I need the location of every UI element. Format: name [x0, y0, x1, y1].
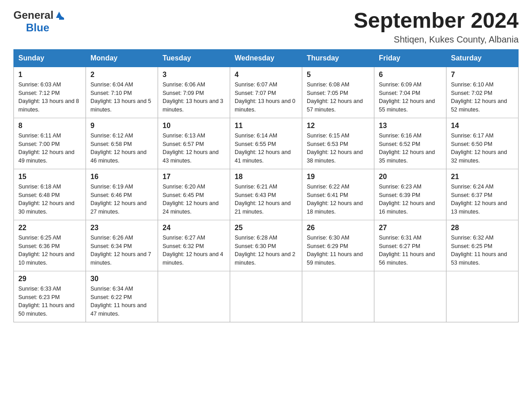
day-number: 30: [90, 275, 153, 283]
sunset-label: Sunset: 6:53 PM: [307, 141, 348, 147]
calendar-cell: 20 Sunrise: 6:23 AM Sunset: 6:39 PM Dayl…: [374, 169, 446, 220]
daylight-label: Daylight: 12 hours and 41 minutes.: [235, 149, 291, 164]
day-number: 19: [307, 173, 369, 181]
calendar-cell: 17 Sunrise: 6:20 AM Sunset: 6:45 PM Dayl…: [158, 169, 230, 220]
calendar-cell: 25 Sunrise: 6:28 AM Sunset: 6:30 PM Dayl…: [230, 220, 302, 271]
daylight-label: Daylight: 12 hours and 32 minutes.: [451, 149, 507, 164]
calendar-cell: 18 Sunrise: 6:21 AM Sunset: 6:43 PM Dayl…: [230, 169, 302, 220]
calendar-cell: 22 Sunrise: 6:25 AM Sunset: 6:36 PM Dayl…: [14, 220, 86, 271]
day-info: Sunrise: 6:04 AM Sunset: 7:10 PM Dayligh…: [90, 81, 153, 114]
sunset-label: Sunset: 6:43 PM: [235, 192, 276, 198]
daylight-label: Daylight: 12 hours and 7 minutes.: [90, 251, 151, 266]
daylight-label: Daylight: 12 hours and 38 minutes.: [307, 149, 363, 164]
sunrise-label: Sunrise: 6:22 AM: [307, 184, 349, 190]
sunrise-label: Sunrise: 6:23 AM: [379, 184, 421, 190]
sunset-label: Sunset: 6:46 PM: [90, 192, 132, 198]
calendar-cell: 14 Sunrise: 6:17 AM Sunset: 6:50 PM Dayl…: [446, 118, 519, 169]
day-info: Sunrise: 6:22 AM Sunset: 6:41 PM Dayligh…: [307, 183, 369, 216]
sunrise-label: Sunrise: 6:31 AM: [379, 235, 421, 241]
day-number: 12: [307, 122, 369, 130]
day-number: 4: [235, 71, 297, 79]
calendar-cell: 9 Sunrise: 6:12 AM Sunset: 6:58 PM Dayli…: [86, 118, 158, 169]
logo: General Blue: [13, 9, 64, 34]
day-info: Sunrise: 6:20 AM Sunset: 6:45 PM Dayligh…: [163, 183, 225, 216]
sunrise-label: Sunrise: 6:24 AM: [451, 184, 493, 190]
page-subtitle: Shtiqen, Kukes County, Albania: [354, 34, 519, 45]
logo-blue-text: Blue: [26, 21, 49, 34]
calendar-cell: 6 Sunrise: 6:09 AM Sunset: 7:04 PM Dayli…: [374, 67, 446, 118]
calendar-cell: 28 Sunrise: 6:32 AM Sunset: 6:25 PM Dayl…: [446, 220, 519, 271]
sunset-label: Sunset: 7:02 PM: [451, 90, 492, 96]
day-info: Sunrise: 6:14 AM Sunset: 6:55 PM Dayligh…: [235, 132, 297, 165]
daylight-label: Daylight: 13 hours and 0 minutes.: [235, 98, 296, 113]
sunrise-label: Sunrise: 6:09 AM: [379, 81, 421, 88]
sunset-label: Sunset: 6:36 PM: [18, 243, 60, 249]
calendar-cell: 21 Sunrise: 6:24 AM Sunset: 6:37 PM Dayl…: [446, 169, 519, 220]
sunrise-label: Sunrise: 6:33 AM: [18, 286, 61, 292]
title-block: September 2024 Shtiqen, Kukes County, Al…: [354, 9, 519, 45]
sunset-label: Sunset: 6:57 PM: [163, 141, 204, 147]
day-info: Sunrise: 6:31 AM Sunset: 6:27 PM Dayligh…: [379, 234, 442, 267]
daylight-label: Daylight: 13 hours and 3 minutes.: [163, 98, 223, 113]
sunset-label: Sunset: 7:12 PM: [18, 90, 60, 96]
day-info: Sunrise: 6:13 AM Sunset: 6:57 PM Dayligh…: [163, 132, 225, 165]
daylight-label: Daylight: 12 hours and 52 minutes.: [451, 98, 507, 113]
sunset-label: Sunset: 7:09 PM: [163, 90, 204, 96]
sunset-label: Sunset: 6:45 PM: [163, 192, 204, 198]
day-info: Sunrise: 6:12 AM Sunset: 6:58 PM Dayligh…: [90, 132, 153, 165]
calendar-cell: 4 Sunrise: 6:07 AM Sunset: 7:07 PM Dayli…: [230, 67, 302, 118]
logo-triangle-icon: [54, 10, 64, 20]
calendar-cell: 19 Sunrise: 6:22 AM Sunset: 6:41 PM Dayl…: [302, 169, 374, 220]
sunset-label: Sunset: 6:52 PM: [379, 141, 420, 147]
sunrise-label: Sunrise: 6:19 AM: [90, 184, 133, 190]
logo-general-text: General: [13, 9, 53, 21]
daylight-label: Daylight: 12 hours and 13 minutes.: [451, 200, 507, 215]
day-number: 7: [451, 71, 514, 79]
calendar-header: Sunday Monday Tuesday Wednesday Thursday…: [14, 49, 519, 67]
daylight-label: Daylight: 13 hours and 8 minutes.: [18, 98, 79, 113]
sunrise-label: Sunrise: 6:32 AM: [451, 235, 493, 241]
sunset-label: Sunset: 6:39 PM: [379, 192, 420, 198]
day-info: Sunrise: 6:25 AM Sunset: 6:36 PM Dayligh…: [18, 234, 81, 267]
calendar-cell: 13 Sunrise: 6:16 AM Sunset: 6:52 PM Dayl…: [374, 118, 446, 169]
day-number: 3: [163, 71, 225, 79]
header-monday: Monday: [86, 49, 158, 67]
day-info: Sunrise: 6:21 AM Sunset: 6:43 PM Dayligh…: [235, 183, 297, 216]
calendar-cell: 29 Sunrise: 6:33 AM Sunset: 6:23 PM Dayl…: [14, 271, 86, 322]
day-info: Sunrise: 6:10 AM Sunset: 7:02 PM Dayligh…: [451, 81, 514, 114]
sunrise-label: Sunrise: 6:04 AM: [90, 81, 133, 88]
daylight-label: Daylight: 11 hours and 50 minutes.: [18, 302, 74, 317]
day-number: 14: [451, 122, 514, 130]
day-number: 8: [18, 122, 81, 130]
daylight-label: Daylight: 12 hours and 43 minutes.: [163, 149, 219, 164]
sunset-label: Sunset: 6:34 PM: [90, 243, 132, 249]
calendar-week-row: 8 Sunrise: 6:11 AM Sunset: 7:00 PM Dayli…: [14, 118, 519, 169]
daylight-label: Daylight: 12 hours and 10 minutes.: [18, 251, 74, 266]
day-info: Sunrise: 6:32 AM Sunset: 6:25 PM Dayligh…: [451, 234, 514, 267]
sunrise-label: Sunrise: 6:18 AM: [18, 184, 61, 190]
sunrise-label: Sunrise: 6:21 AM: [235, 184, 277, 190]
daylight-label: Daylight: 12 hours and 35 minutes.: [379, 149, 435, 164]
header-friday: Friday: [374, 49, 446, 67]
sunset-label: Sunset: 6:55 PM: [235, 141, 276, 147]
sunset-label: Sunset: 6:32 PM: [163, 243, 204, 249]
header-row: Sunday Monday Tuesday Wednesday Thursday…: [14, 49, 519, 67]
sunset-label: Sunset: 6:29 PM: [307, 243, 348, 249]
calendar-cell: [230, 271, 302, 322]
sunrise-label: Sunrise: 6:26 AM: [90, 235, 133, 241]
day-info: Sunrise: 6:09 AM Sunset: 7:04 PM Dayligh…: [379, 81, 442, 114]
sunrise-label: Sunrise: 6:06 AM: [163, 81, 205, 88]
sunrise-label: Sunrise: 6:10 AM: [451, 81, 493, 88]
calendar-cell: 27 Sunrise: 6:31 AM Sunset: 6:27 PM Dayl…: [374, 220, 446, 271]
day-number: 6: [379, 71, 442, 79]
daylight-label: Daylight: 12 hours and 21 minutes.: [235, 200, 291, 215]
calendar-cell: 12 Sunrise: 6:15 AM Sunset: 6:53 PM Dayl…: [302, 118, 374, 169]
day-number: 22: [18, 224, 81, 232]
daylight-label: Daylight: 13 hours and 5 minutes.: [90, 98, 151, 113]
calendar-cell: 24 Sunrise: 6:27 AM Sunset: 6:32 PM Dayl…: [158, 220, 230, 271]
calendar-cell: 23 Sunrise: 6:26 AM Sunset: 6:34 PM Dayl…: [86, 220, 158, 271]
calendar-cell: 8 Sunrise: 6:11 AM Sunset: 7:00 PM Dayli…: [14, 118, 86, 169]
sunset-label: Sunset: 6:22 PM: [90, 294, 132, 300]
day-info: Sunrise: 6:03 AM Sunset: 7:12 PM Dayligh…: [18, 81, 81, 114]
sunrise-label: Sunrise: 6:03 AM: [18, 81, 61, 88]
